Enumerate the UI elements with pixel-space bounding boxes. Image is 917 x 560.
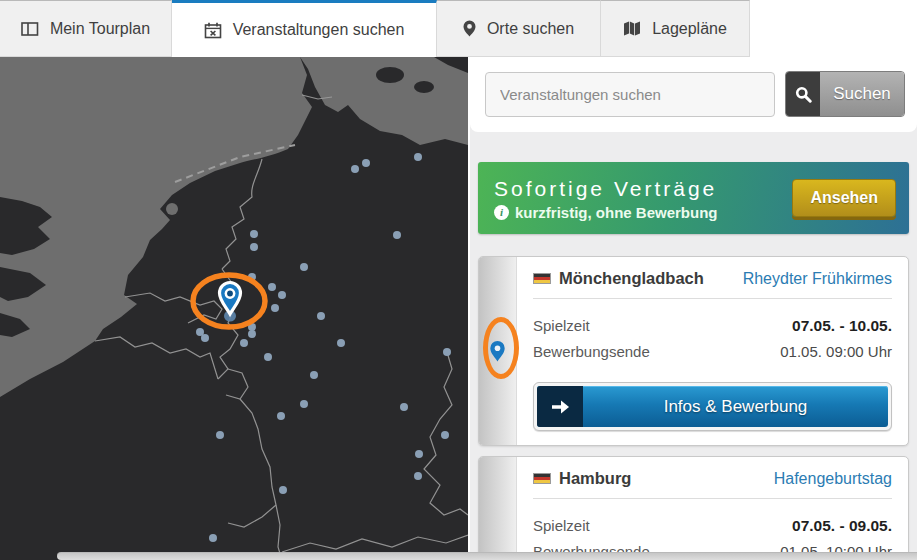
arrow-right-icon [537,386,583,427]
tab-label: Veranstaltungen suchen [233,21,405,39]
map-event-dot[interactable] [310,371,318,379]
map-event-dot[interactable] [414,153,422,161]
germany-flag-icon [533,273,551,284]
map-event-dot[interactable] [300,400,308,408]
map-event-dot[interactable] [400,403,408,411]
bewerbungsende-row: Bewerbungsende 01.05. 09:00 Uhr [533,339,892,365]
row-value: 07.05. - 09.05. [792,513,892,539]
europe-map [0,57,468,560]
map-event-dot[interactable] [279,486,287,494]
tab-bar-filler [750,0,917,57]
folded-map-icon [623,21,641,36]
banner-title: Sofortige Verträge [494,176,718,202]
map-event-dot[interactable] [240,339,248,347]
map-event-dot[interactable] [248,330,256,338]
card-pin-strip[interactable] [479,457,517,560]
tab-orte-suchen[interactable]: Orte suchen [437,0,601,57]
map-event-dot[interactable] [443,348,451,356]
tourplan-columns-icon [21,21,39,37]
germany-flag-icon [533,473,551,484]
search-icon [786,72,820,116]
event-city: Mönchengladbach [559,269,704,288]
map-event-dot[interactable] [351,165,359,173]
map-pin-icon [463,20,476,37]
card-body: Hamburg Hafengeburtstag Spielzeit 07.05.… [517,457,908,560]
map-event-dot[interactable] [278,291,286,299]
horizontal-scrollbar[interactable] [57,552,917,560]
row-label: Bewerbungsende [533,339,650,365]
map-event-dot[interactable] [317,312,325,320]
event-name-link[interactable]: Hafengeburtstag [774,470,892,488]
map-event-dot[interactable] [268,283,276,291]
map-event-dot[interactable] [201,334,209,342]
event-city: Hamburg [559,469,631,488]
map-canvas[interactable] [0,57,468,560]
card-divider [533,498,892,499]
map-island [414,81,434,93]
spielzeit-row: Spielzeit 07.05. - 10.05. [533,313,892,339]
sofortige-vertraege-banner: Sofortige Verträge i kurzfristig, ohne B… [478,162,909,234]
map-event-dot[interactable] [271,304,279,312]
cta-label: Infos & Bewerbung [583,386,888,427]
search-button-label: Suchen [820,72,904,116]
card-divider [533,298,892,299]
map-event-dot[interactable] [300,263,308,271]
cta-frame: Infos & Bewerbung [533,382,892,431]
banner-subtitle: kurzfristig, ohne Bewerbung [515,204,718,221]
info-icon: i [494,205,509,220]
app-window: Mein Tourplan Veranstaltungen suchen Ort… [0,0,917,560]
map-event-dot[interactable] [415,450,423,458]
map-event-dot[interactable] [277,412,285,420]
ansehen-button[interactable]: Ansehen [792,179,896,217]
event-name-link[interactable]: Rheydter Frühkirmes [743,270,892,288]
map-event-dot[interactable] [362,159,370,167]
infos-bewerbung-button[interactable]: Infos & Bewerbung [537,386,888,427]
event-card-hamburg: Hamburg Hafengeburtstag Spielzeit 07.05.… [478,456,909,560]
map-event-dot[interactable] [414,472,422,480]
tab-label: Orte suchen [487,20,574,38]
card-body: Mönchengladbach Rheydter Frühkirmes Spie… [517,257,908,445]
map-lake [166,203,178,215]
map-island [376,67,404,83]
map-event-dot[interactable] [393,231,401,239]
tab-lageplaene[interactable]: Lagepläne [601,0,750,57]
tab-bar: Mein Tourplan Veranstaltungen suchen Ort… [0,0,917,57]
calendar-icon [204,22,222,39]
map-event-dot[interactable] [337,339,345,347]
search-button[interactable]: Suchen [785,71,905,117]
map-event-dot[interactable] [264,353,272,361]
search-input[interactable] [485,72,775,117]
tab-label: Mein Tourplan [50,20,150,38]
banner-text: Sofortige Verträge i kurzfristig, ohne B… [494,176,718,221]
card-pin-icon [489,340,506,363]
row-label: Spielzeit [533,513,590,539]
row-value: 07.05. - 10.05. [792,313,892,339]
results-panel: Suchen Sofortige Verträge i kurzfristig,… [468,57,917,560]
map-event-dot[interactable] [250,243,258,251]
tab-label: Lagepläne [652,20,727,38]
map-event-dot[interactable] [216,431,224,439]
tab-mein-tourplan[interactable]: Mein Tourplan [0,0,172,57]
tab-veranstaltungen-suchen[interactable]: Veranstaltungen suchen [172,0,437,57]
map-event-dot[interactable] [441,431,449,439]
search-section: Suchen [470,57,917,132]
row-label: Spielzeit [533,313,590,339]
row-value: 01.05. 09:00 Uhr [780,339,892,365]
card-pin-strip[interactable] [479,257,517,445]
spielzeit-row: Spielzeit 07.05. - 09.05. [533,513,892,539]
map-event-dot[interactable] [250,230,258,238]
event-card-moenchengladbach: Mönchengladbach Rheydter Frühkirmes Spie… [478,256,909,446]
map-event-dot[interactable] [209,534,217,542]
pin-hole-center [227,291,233,297]
